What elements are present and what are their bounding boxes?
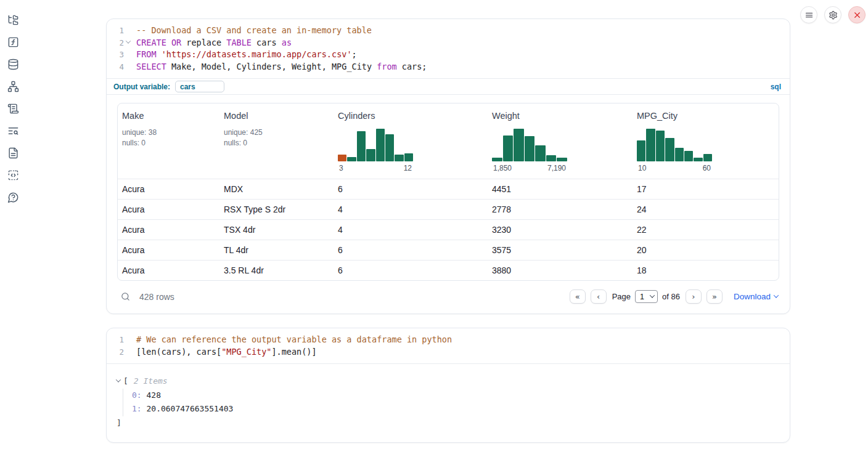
- first-page-button[interactable]: «: [570, 289, 586, 304]
- code-line[interactable]: 4SELECT Make, Model, Cylinders, Weight, …: [107, 61, 790, 73]
- histogram-bar[interactable]: [503, 136, 514, 161]
- histogram-bar[interactable]: [703, 154, 712, 161]
- histogram-bar[interactable]: [546, 155, 557, 161]
- notebook: 1-- Download a CSV and create an in-memo…: [106, 0, 790, 443]
- prev-page-button[interactable]: ‹: [591, 289, 607, 304]
- column-header-weight[interactable]: Weight1,8507,190: [488, 103, 633, 179]
- table-cell: Acura: [118, 245, 219, 255]
- search-icon: [121, 292, 130, 301]
- table-cell: 4: [334, 204, 488, 214]
- sidebar-document-icon[interactable]: [2, 147, 23, 159]
- histogram-bar[interactable]: [385, 134, 394, 161]
- sidebar-database-icon[interactable]: [2, 59, 23, 70]
- table-cell: RSX Type S 2dr: [219, 204, 334, 214]
- histogram-bar[interactable]: [366, 149, 375, 161]
- code-line[interactable]: 2[len(cars), cars["MPG_City"].mean()]: [107, 346, 790, 358]
- table-row[interactable]: Acura3.5 RL 4dr6388018: [118, 260, 779, 280]
- next-page-button[interactable]: ›: [686, 289, 702, 304]
- column-header-model[interactable]: Modelunique: 425nulls: 0: [219, 103, 334, 179]
- download-button[interactable]: Download: [734, 292, 778, 301]
- histogram-bar[interactable]: [525, 136, 535, 161]
- column-histogram[interactable]: 1060: [637, 129, 779, 172]
- table-cell: 24: [633, 204, 779, 214]
- column-histogram[interactable]: 1,8507,190: [492, 129, 633, 172]
- tree-entry: 1: 20.060747663551403: [132, 402, 780, 416]
- histogram-bar[interactable]: [694, 158, 702, 161]
- code-line[interactable]: 3FROM 'https://datasets.marimo.app/cars.…: [107, 49, 790, 61]
- tree-entry: 0: 428: [132, 389, 780, 403]
- column-name: Cylinders: [338, 111, 488, 121]
- table-row[interactable]: AcuraTSX 4dr4323022: [118, 219, 779, 240]
- table-cell: 6: [334, 265, 488, 275]
- histogram-bar[interactable]: [338, 155, 346, 161]
- histogram-bar[interactable]: [646, 129, 655, 161]
- column-histogram[interactable]: 312: [338, 129, 488, 172]
- sidebar-scroll-icon[interactable]: [2, 103, 23, 115]
- histogram-bar[interactable]: [665, 138, 674, 161]
- tree-collapse-toggle[interactable]: [ 2 Items: [117, 374, 780, 389]
- sidebar-help-icon[interactable]: [2, 192, 23, 203]
- column-name: Make: [122, 111, 219, 121]
- sidebar-function-icon[interactable]: [2, 36, 23, 48]
- menu-button[interactable]: [800, 6, 817, 23]
- histogram-bar[interactable]: [357, 131, 366, 161]
- line-number: 2: [107, 346, 124, 358]
- tree-entry-value: 428: [142, 390, 161, 400]
- histogram-bar[interactable]: [514, 129, 524, 161]
- line-number: 1: [107, 25, 124, 37]
- code-line[interactable]: 1-- Download a CSV and create an in-memo…: [107, 25, 790, 37]
- table-row[interactable]: AcuraMDX6445117: [118, 179, 779, 199]
- table-cell: Acura: [118, 184, 219, 194]
- code-line[interactable]: 1# We can reference the output variable …: [107, 334, 790, 346]
- close-button[interactable]: [848, 6, 866, 23]
- code-line[interactable]: 2CREATE OR replace TABLE cars as: [107, 37, 790, 49]
- data-table: Makeunique: 38nulls: 0Modelunique: 425nu…: [117, 103, 779, 281]
- sidebar-file-tree-icon[interactable]: [2, 14, 23, 26]
- histogram-bar[interactable]: [675, 148, 684, 161]
- histogram-bar[interactable]: [557, 158, 567, 161]
- sidebar: [0, 0, 26, 449]
- table-row[interactable]: AcuraTL 4dr6357520: [118, 240, 779, 260]
- output-variable-input[interactable]: [175, 81, 224, 92]
- table-cell: MDX: [219, 184, 334, 194]
- histogram-axis-labels: 312: [338, 164, 413, 172]
- table-header: Makeunique: 38nulls: 0Modelunique: 425nu…: [118, 103, 779, 179]
- column-name: MPG_City: [637, 111, 779, 121]
- column-header-mpg_city[interactable]: MPG_City1060: [633, 103, 779, 179]
- line-number: 1: [107, 334, 124, 346]
- table-cell: 6: [334, 184, 488, 194]
- tree-entry-key: 0:: [132, 390, 142, 400]
- table-cell: 3.5 RL 4dr: [219, 265, 334, 275]
- table-cell: 22: [633, 225, 779, 235]
- window-toolbar: [800, 6, 866, 23]
- python-code-editor[interactable]: 1# We can reference the output variable …: [107, 328, 790, 363]
- sidebar-network-icon[interactable]: [2, 81, 23, 92]
- histogram-bar[interactable]: [637, 140, 645, 161]
- last-page-button[interactable]: »: [706, 289, 723, 304]
- search-button[interactable]: [121, 292, 130, 301]
- histogram-bar[interactable]: [347, 157, 356, 161]
- histogram-bar[interactable]: [376, 129, 385, 161]
- sidebar-snippet-icon[interactable]: [2, 169, 23, 181]
- column-header-make[interactable]: Makeunique: 38nulls: 0: [118, 103, 219, 179]
- column-name: Model: [224, 111, 334, 121]
- table-body: AcuraMDX6445117AcuraRSX Type S 2dr427782…: [118, 179, 779, 280]
- table-row[interactable]: AcuraRSX Type S 2dr4277824: [118, 199, 779, 219]
- settings-button[interactable]: [824, 6, 841, 23]
- output-variable-row: Output variable: sql: [107, 78, 790, 94]
- sql-code-editor[interactable]: 1-- Download a CSV and create an in-memo…: [107, 19, 790, 78]
- histogram-bar[interactable]: [404, 153, 413, 161]
- histogram-bar[interactable]: [656, 131, 665, 161]
- table-cell: 3575: [488, 245, 633, 255]
- sidebar-search-list-icon[interactable]: [2, 125, 23, 137]
- fold-chevron-icon[interactable]: [125, 38, 130, 43]
- language-badge[interactable]: sql: [771, 83, 781, 91]
- histogram-bar[interactable]: [535, 145, 546, 162]
- column-name: Weight: [492, 111, 633, 121]
- histogram-bar[interactable]: [395, 155, 403, 161]
- histogram-bar[interactable]: [492, 158, 502, 161]
- sql-cell: 1-- Download a CSV and create an in-memo…: [106, 18, 790, 314]
- histogram-bar[interactable]: [684, 151, 693, 161]
- column-header-cylinders[interactable]: Cylinders312: [334, 103, 488, 179]
- page-select[interactable]: 1: [635, 290, 658, 303]
